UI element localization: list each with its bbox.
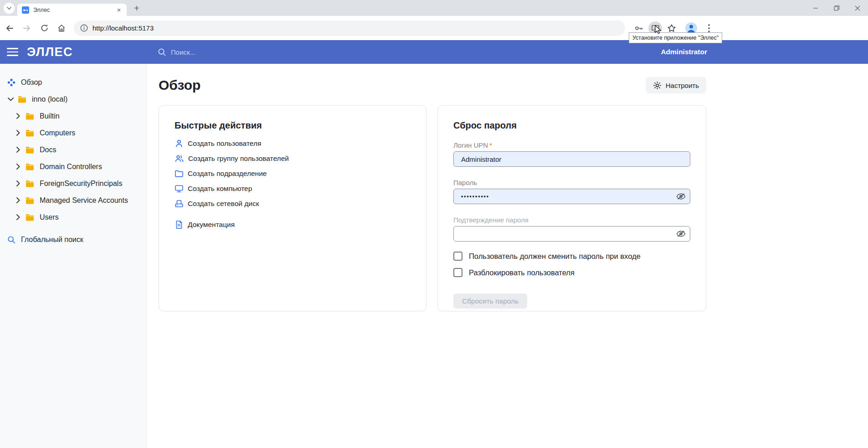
action-create-user-group[interactable]: Создать группу пользователей [175,151,411,166]
action-label: Создать сетевой диск [188,200,259,208]
page-title: Обзор [159,77,200,93]
install-tooltip: Установите приложение "Эллес" [629,32,722,43]
app-favicon [22,6,29,14]
tab-strip: Эллес × + [0,0,868,16]
chevron-right-icon[interactable] [15,180,21,186]
minimize-button[interactable] [805,0,826,16]
quick-actions-title: Быстрые действия [175,119,411,131]
action-create-user[interactable]: Создать пользователя [175,136,411,151]
header-search-placeholder: Поиск... [171,48,195,56]
page-body: Обзор inno (local) Builtin Computers [0,64,868,448]
address-bar[interactable]: http://localhost:5173 [74,21,625,36]
tree-item-users[interactable]: Users [0,209,146,226]
close-window-button[interactable] [847,0,868,16]
tree-item-builtin[interactable]: Builtin [0,108,146,124]
new-tab-button[interactable]: + [130,2,143,15]
tab-title: Эллес [33,7,115,13]
sidebar-item-global-search[interactable]: Глобальный поиск [0,231,146,248]
toggle-password-visibility-button[interactable] [676,192,686,201]
action-label: Создать подразделение [188,170,267,178]
tab-close-button[interactable]: × [115,6,123,14]
tree-item-label: Docs [40,146,56,154]
folder-outline-icon [175,169,184,178]
url-text: http://localhost:5173 [92,24,154,32]
action-label: Документация [188,221,235,229]
tree-root-inno[interactable]: inno (local) [0,91,146,108]
folder-icon [26,146,34,154]
computer-icon [175,184,184,193]
folder-icon [26,163,34,170]
tree-item-label: Builtin [40,112,60,120]
chevron-right-icon[interactable] [15,130,21,136]
login-upn-input[interactable] [453,151,690,167]
back-button[interactable] [2,21,17,36]
chevron-right-icon[interactable] [15,147,21,153]
user-group-icon [175,154,184,163]
confirm-password-input[interactable] [453,226,690,242]
chevron-down-icon [7,7,11,10]
overview-dots-icon [7,78,15,87]
browser-window: Эллес × + [0,0,868,448]
mouse-cursor [655,25,663,35]
reset-password-button[interactable]: Сбросить пароль [453,294,527,309]
must-change-password-row: Пользователь должен сменить пароль при в… [453,252,690,261]
folder-icon [26,214,34,221]
tab-search-button[interactable] [4,3,15,14]
tree-item-docs[interactable]: Docs [0,141,146,158]
checkbox-label: Пользователь должен сменить пароль при в… [469,252,641,261]
browser-toolbar: http://localhost:5173 [0,16,868,40]
home-button[interactable] [54,21,69,36]
minimize-icon [813,5,818,11]
tree-root-label: inno (local) [32,95,67,103]
checkbox-label: Разблокировать пользователя [469,268,575,277]
current-user[interactable]: Administrator [661,48,707,56]
browser-tab[interactable]: Эллес × [17,4,127,16]
configure-button-label: Настроить [666,82,699,89]
folder-icon [26,113,34,120]
chevron-right-icon[interactable] [15,164,21,170]
close-icon [855,5,860,11]
global-search-icon [7,236,15,244]
unlock-user-checkbox[interactable] [453,268,462,277]
chevron-right-icon[interactable] [15,214,21,220]
sidebar: Обзор inno (local) Builtin Computers [0,64,147,448]
tree-item-foreign-security-principals[interactable]: ForeignSecurityPrincipals [0,175,146,192]
action-create-org-unit[interactable]: Создать подразделение [175,166,411,181]
configure-button[interactable]: Настроить [646,77,706,93]
key-icon [634,23,644,33]
app-logo: ЭЛЛЕС [27,45,73,59]
chevron-right-icon[interactable] [15,197,21,203]
tree-item-managed-service-accounts[interactable]: Managed Service Accounts [0,192,146,209]
maximize-button[interactable] [826,0,847,16]
menu-toggle-button[interactable] [7,47,19,57]
forward-button[interactable] [19,21,35,36]
restore-icon [834,5,840,11]
password-input[interactable] [453,189,690,204]
reset-password-card: Сброс пароля Логин UPN* Пароль [437,105,706,311]
toggle-confirm-visibility-button[interactable] [676,229,686,238]
action-documentation[interactable]: Документация [175,217,411,232]
forward-icon [22,24,31,33]
reset-password-title: Сброс пароля [453,119,690,131]
folder-icon [26,197,34,204]
chevron-down-icon[interactable] [7,98,14,101]
eye-off-icon [676,230,686,237]
main-content: Обзор Настроить Быстрые действия Создат [147,64,868,448]
header-search[interactable]: Поиск... [158,48,195,57]
action-create-network-drive[interactable]: Создать сетевой диск [175,196,411,211]
folder-icon [18,96,26,103]
action-create-computer[interactable]: Создать компьютер [175,181,411,196]
page-info-icon [80,24,88,32]
tree-item-computers[interactable]: Computers [0,124,146,141]
sidebar-item-overview[interactable]: Обзор [0,74,146,91]
app-header: ЭЛЛЕС Поиск... Administrator [0,40,868,64]
password-label: Пароль [453,179,690,187]
action-label: Создать группу пользователей [188,154,289,163]
eye-off-icon [676,193,686,200]
tree-item-domain-controllers[interactable]: Domain Controllers [0,158,146,175]
back-icon [5,24,14,33]
reload-button[interactable] [36,21,52,36]
reload-icon [40,24,49,32]
chevron-right-icon[interactable] [15,113,21,119]
must-change-password-checkbox[interactable] [453,252,462,261]
